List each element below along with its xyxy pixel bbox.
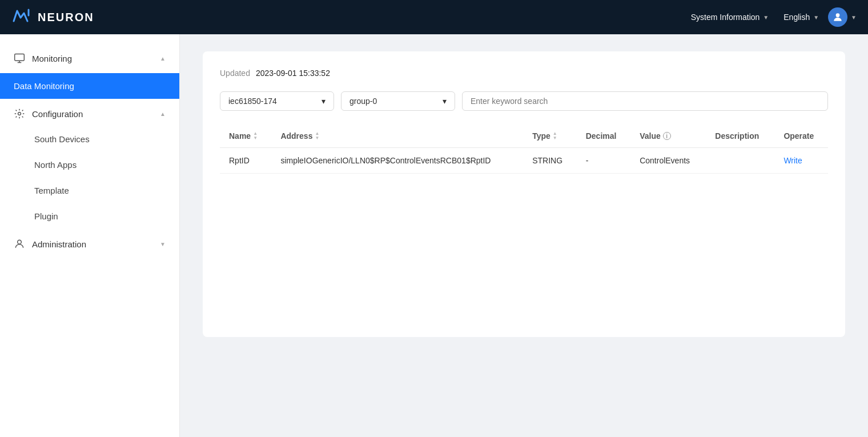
updated-label: Updated	[220, 69, 250, 78]
monitoring-section: Monitoring ▲ Data Monitoring	[0, 46, 179, 99]
language-label: English	[783, 13, 810, 22]
table-body: RptID simpleIOGenericIO/LLN0$RP$ControlE…	[220, 148, 828, 174]
configuration-group-header[interactable]: Configuration ▲	[0, 101, 179, 126]
group-select-chevron-icon: ▾	[443, 97, 447, 106]
main-layout: Monitoring ▲ Data Monitoring Configurati…	[0, 34, 868, 437]
monitoring-group-header[interactable]: Monitoring ▲	[0, 46, 179, 71]
monitoring-icon	[14, 53, 25, 64]
header: NEURON System Information ▼ English ▼ ▼	[0, 0, 868, 34]
sidebar: Monitoring ▲ Data Monitoring Configurati…	[0, 34, 180, 437]
content-card: Updated 2023-09-01 15:33:52 iec61850-174…	[203, 51, 845, 337]
logo-text: NEURON	[38, 11, 94, 24]
plugin-label: Plugin	[34, 211, 58, 221]
filters-row: iec61850-174 ▾ group-0 ▾	[220, 91, 828, 111]
monitoring-label: Monitoring	[32, 54, 72, 63]
cell-name: RptID	[220, 148, 271, 174]
group-select-value: group-0	[349, 97, 377, 106]
sidebar-item-south-devices[interactable]: South Devices	[0, 126, 179, 152]
administration-group-header[interactable]: Administration ▼	[0, 231, 179, 256]
sidebar-item-north-apps[interactable]: North Apps	[0, 152, 179, 178]
sidebar-item-template[interactable]: Template	[0, 178, 179, 203]
cell-type: STRING	[523, 148, 577, 174]
user-chevron-icon[interactable]: ▼	[851, 14, 857, 21]
administration-chevron-icon: ▼	[160, 241, 166, 247]
th-description: Description	[706, 125, 774, 148]
configuration-section: Configuration ▲ South Devices North Apps…	[0, 101, 179, 229]
table-header: Name ▲▼ Address ▲▼ Type	[220, 125, 828, 148]
administration-icon	[14, 238, 25, 250]
data-monitoring-label: Data Monitoring	[14, 81, 74, 91]
table-row: RptID simpleIOGenericIO/LLN0$RP$ControlE…	[220, 148, 828, 174]
th-address: Address ▲▼	[271, 125, 523, 148]
th-name: Name ▲▼	[220, 125, 271, 148]
svg-point-5	[18, 113, 21, 115]
north-apps-label: North Apps	[34, 160, 77, 170]
configuration-icon	[14, 108, 25, 119]
svg-point-1	[836, 13, 840, 17]
system-info-button[interactable]: System Information ▼	[685, 9, 775, 25]
type-sort-icon[interactable]: ▲▼	[553, 131, 557, 141]
system-info-label: System Information	[691, 13, 760, 22]
sidebar-item-data-monitoring[interactable]: Data Monitoring	[0, 73, 179, 99]
th-type: Type ▲▼	[523, 125, 577, 148]
th-decimal: Decimal	[577, 125, 630, 148]
system-info-chevron-icon: ▼	[763, 14, 769, 21]
administration-label: Administration	[32, 239, 86, 249]
logo-area: NEURON	[11, 5, 94, 29]
configuration-chevron-icon: ▲	[160, 111, 166, 117]
svg-point-6	[18, 240, 22, 244]
address-sort-icon[interactable]: ▲▼	[315, 131, 319, 141]
header-controls: System Information ▼ English ▼ ▼	[685, 7, 857, 27]
monitoring-chevron-icon: ▲	[160, 55, 166, 62]
cell-value: ControlEvents	[630, 148, 706, 174]
user-avatar[interactable]	[828, 7, 847, 27]
logo-icon	[11, 5, 32, 29]
template-label: Template	[34, 186, 69, 195]
configuration-label: Configuration	[32, 109, 83, 119]
keyword-search-input[interactable]	[462, 91, 828, 111]
south-devices-label: South Devices	[34, 134, 90, 144]
administration-section: Administration ▼	[0, 231, 179, 256]
device-select-chevron-icon: ▾	[322, 97, 326, 106]
data-table: Name ▲▼ Address ▲▼ Type	[220, 125, 828, 174]
configuration-group-left: Configuration	[14, 108, 83, 119]
cell-decimal: -	[577, 148, 630, 174]
th-operate: Operate	[774, 125, 828, 148]
th-value: Value i	[630, 125, 706, 148]
cell-description	[706, 148, 774, 174]
name-sort-icon[interactable]: ▲▼	[253, 131, 258, 141]
administration-group-left: Administration	[14, 238, 86, 250]
monitoring-group-left: Monitoring	[14, 53, 72, 64]
cell-address: simpleIOGenericIO/LLN0$RP$ControlEventsR…	[271, 148, 523, 174]
main-content: Updated 2023-09-01 15:33:52 iec61850-174…	[180, 34, 868, 437]
language-chevron-icon: ▼	[813, 14, 819, 21]
language-button[interactable]: English ▼	[778, 9, 825, 25]
updated-value: 2023-09-01 15:33:52	[256, 69, 330, 78]
device-select-value: iec61850-174	[228, 97, 277, 106]
group-select[interactable]: group-0 ▾	[341, 91, 455, 111]
sidebar-item-plugin[interactable]: Plugin	[0, 203, 179, 229]
value-info-icon[interactable]: i	[663, 132, 671, 140]
svg-rect-2	[15, 54, 25, 61]
write-button[interactable]: Write	[783, 156, 802, 165]
updated-row: Updated 2023-09-01 15:33:52	[220, 69, 828, 78]
device-select[interactable]: iec61850-174 ▾	[220, 91, 334, 111]
cell-operate: Write	[774, 148, 828, 174]
